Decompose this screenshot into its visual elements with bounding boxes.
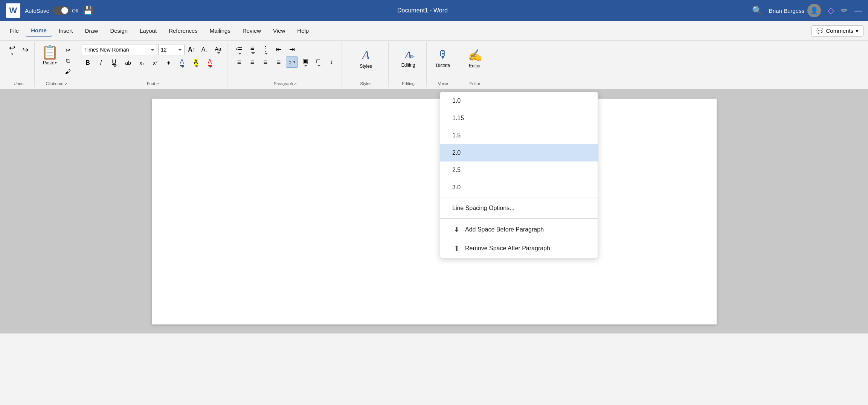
decrease-indent-button[interactable]: ⇤ — [273, 44, 285, 55]
undo-button[interactable]: ↩ ▾ — [6, 44, 18, 56]
border-icon: □ — [316, 58, 320, 65]
editing-pen-icon: ✏ — [409, 53, 415, 61]
grow-font-button[interactable]: A↑ — [186, 44, 198, 56]
styles-button[interactable]: A Styles — [355, 44, 377, 73]
search-icon[interactable]: 🔍 — [752, 6, 762, 15]
clipboard-expand-icon[interactable]: ↗ — [64, 82, 67, 86]
font-color-button[interactable]: A — [203, 57, 216, 69]
toggle-off-label: Off — [72, 8, 78, 14]
menu-home[interactable]: Home — [26, 25, 52, 37]
spacing-1-5-label: 1.5 — [452, 132, 461, 139]
line-spacing-button[interactable]: ↕ ▾ — [286, 56, 298, 68]
ribbon-group-undo: ↩ ▾ ↪ Undo — [3, 42, 35, 87]
menu-file[interactable]: File — [5, 25, 24, 36]
comments-button[interactable]: 💬 Comments ▾ — [812, 25, 863, 37]
shading-icon: ▣ — [302, 58, 308, 65]
align-left-button[interactable]: ≡ — [233, 56, 245, 68]
format-painter-button[interactable]: 🖌 — [62, 67, 74, 77]
save-icon[interactable]: 💾 — [83, 6, 93, 15]
font-size-value: 12 — [161, 47, 167, 53]
increase-indent-button[interactable]: ⇥ — [286, 44, 298, 55]
sort-button[interactable]: ↕ — [325, 56, 337, 68]
paragraph-expand-icon[interactable]: ↗ — [294, 82, 297, 86]
decrease-indent-icon: ⇤ — [276, 45, 282, 53]
styles-group-label: Styles — [360, 81, 372, 86]
spacing-1-0-label: 1.0 — [452, 97, 461, 104]
highlight-button[interactable]: A — [189, 57, 202, 69]
font-size-dropdown[interactable]: 12 — [158, 44, 185, 55]
document-page[interactable] — [152, 99, 717, 324]
text-color-caret — [181, 66, 185, 68]
border-button[interactable]: □ — [312, 56, 324, 68]
menu-review[interactable]: Review — [237, 25, 266, 36]
underline-button[interactable]: U — [108, 57, 120, 69]
spacing-2-0[interactable]: 2.0 — [440, 144, 598, 161]
spacing-1-5[interactable]: 1.5 — [440, 127, 598, 144]
remove-space-after[interactable]: ⬆ Remove Space After Paragraph — [440, 239, 598, 258]
line-spacing-options-label: Line Spacing Options... — [452, 205, 514, 212]
justify-button[interactable]: ≡ — [273, 56, 285, 68]
pen-icon[interactable]: ✏ — [841, 6, 848, 15]
redo-button[interactable]: ↪ — [19, 44, 31, 56]
numbered-list-icon: ≡ — [250, 44, 255, 52]
shading-button[interactable]: ▣ — [299, 56, 311, 68]
paste-button[interactable]: 📋 Paste ▾ — [39, 44, 61, 66]
cut-button[interactable]: ✂ — [62, 45, 74, 55]
subscript-button[interactable]: x₂ — [136, 57, 148, 69]
paragraph-group-label: Paragraph ↗ — [274, 81, 297, 86]
bullet-list-button[interactable]: ≔ — [233, 44, 245, 55]
menu-mailings[interactable]: Mailings — [204, 25, 236, 36]
spacing-3-0-label: 3.0 — [452, 184, 461, 191]
diamond-icon[interactable]: ◇ — [828, 6, 834, 15]
menu-help[interactable]: Help — [292, 25, 314, 36]
line-spacing-options[interactable]: Line Spacing Options... — [440, 199, 598, 217]
italic-button[interactable]: I — [95, 57, 107, 69]
menu-design[interactable]: Design — [105, 25, 133, 36]
editing-button[interactable]: A ✏ Editing — [393, 44, 423, 73]
multilevel-caret — [264, 53, 268, 55]
spacing-2-5[interactable]: 2.5 — [440, 161, 598, 179]
paste-icon: 📋 — [41, 44, 58, 60]
menu-references[interactable]: References — [163, 25, 203, 36]
minimize-button[interactable]: — — [854, 6, 862, 15]
autosave-label: AutoSave — [25, 8, 49, 14]
user-info: Brian Burgess 👤 — [769, 4, 821, 17]
comments-label: Comments — [826, 27, 853, 34]
bold-button[interactable]: B — [82, 57, 94, 69]
superscript-button[interactable]: x² — [149, 57, 161, 69]
spacing-1-15[interactable]: 1.15 — [440, 110, 598, 127]
multilevel-list-button[interactable]: ⋮ — [259, 44, 272, 55]
add-space-before[interactable]: ⬇ Add Space Before Paragraph — [440, 220, 598, 239]
ribbon: ↩ ▾ ↪ Undo 📋 Paste ▾ ✂ — [0, 41, 868, 90]
font-name-dropdown[interactable]: Times New Roman — [82, 44, 157, 55]
text-color-button[interactable]: A — [175, 57, 188, 69]
menu-layout[interactable]: Layout — [134, 25, 162, 36]
clipboard-group-label: Clipboard ↗ — [46, 81, 67, 86]
grow-font-icon: A↑ — [188, 46, 195, 53]
copy-button[interactable]: ⧉ — [62, 56, 74, 66]
paste-dropdown-arrow: ▾ — [55, 61, 57, 65]
autosave-toggle[interactable] — [52, 6, 69, 15]
font-group-label: Font ↗ — [147, 81, 159, 86]
font-expand-icon[interactable]: ↗ — [156, 82, 159, 86]
add-space-before-icon: ⬇ — [452, 225, 461, 234]
chevron-down-icon: ▾ — [856, 27, 859, 34]
numbered-list-button[interactable]: ≡ — [246, 44, 258, 55]
editor-group-label: Editor — [470, 81, 481, 86]
change-case-button[interactable]: Aa — [212, 44, 224, 56]
menu-draw[interactable]: Draw — [79, 25, 103, 36]
strikethrough-icon: ab — [125, 60, 131, 66]
menu-insert[interactable]: Insert — [53, 25, 78, 36]
shrink-font-button[interactable]: A↓ — [199, 44, 211, 56]
spacing-1-0[interactable]: 1.0 — [440, 92, 598, 110]
align-center-button[interactable]: ≡ — [246, 56, 258, 68]
align-right-button[interactable]: ≡ — [259, 56, 272, 68]
dictate-button[interactable]: 🎙 Dictate — [432, 44, 455, 73]
sort-icon: ↕ — [330, 59, 333, 65]
editor-button[interactable]: ✍ Editor — [464, 44, 486, 73]
spacing-3-0[interactable]: 3.0 — [440, 179, 598, 196]
clear-format-button[interactable]: ✦ — [162, 57, 174, 69]
font-color-caret — [209, 66, 212, 68]
strikethrough-button[interactable]: ab — [121, 57, 135, 69]
menu-view[interactable]: View — [268, 25, 290, 36]
